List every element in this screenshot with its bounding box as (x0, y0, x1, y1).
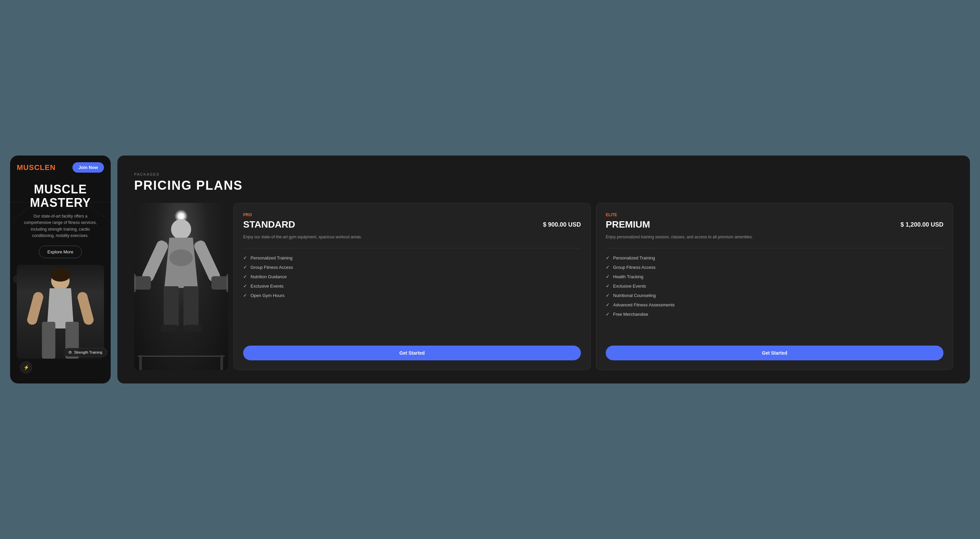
check-icon: ✓ (243, 274, 247, 279)
feature-label: Exclusive Events (613, 284, 646, 289)
check-icon: ✓ (606, 255, 610, 260)
feature-label: Open Gym Hours (251, 293, 285, 298)
hero-title: MUSCLE MASTERY (17, 183, 104, 209)
premium-plan-desc: Enjoy personalized training session, cla… (606, 234, 943, 240)
logo: MUSCLEN (17, 163, 56, 172)
feature-item: ✓ Open Gym Hours (243, 293, 581, 298)
feature-item: ✓ Personalized Training (243, 255, 581, 260)
feature-label: Group Fitness Access (251, 265, 293, 270)
premium-tier: Elite (606, 212, 943, 217)
standard-plan-price: $ 900.00 USD (543, 221, 581, 228)
pricing-panel: PACKAGES PRICING PLANS (118, 155, 970, 384)
check-icon: ✓ (606, 265, 610, 270)
standard-get-started-button[interactable]: Get Started (243, 346, 581, 360)
athlete-head (51, 271, 70, 290)
feature-item: ✓ Free Merchandise (606, 311, 943, 317)
check-icon: ✓ (243, 255, 247, 260)
check-icon: ✓ (243, 283, 247, 289)
explore-button[interactable]: Explore More (39, 246, 81, 258)
feature-item: ✓ Advanced Fitness Assessments (606, 302, 943, 308)
feature-item: ✓ Nutrition Guidance (243, 274, 581, 279)
rack-bar (137, 356, 225, 357)
feature-label: Health Tracking (613, 274, 643, 279)
check-icon: ✓ (606, 311, 610, 317)
feature-item: ✓ Group Fitness Access (243, 265, 581, 270)
pricing-cards: Pro STANDARD $ 900.00 USD Enjoy our stat… (134, 203, 953, 370)
feature-label: Advanced Fitness Assessments (613, 302, 675, 308)
leg-r (183, 286, 199, 327)
feature-label: Free Merchandise (613, 312, 648, 317)
premium-plan-name: PREMIUM (606, 219, 650, 230)
feature-label: Personalized Training (251, 255, 293, 260)
logo-suffix: EN (45, 163, 56, 172)
check-icon: ✓ (243, 265, 247, 270)
hero-section: MUSCLE MASTERY Our state-of-art facility… (17, 183, 104, 239)
standard-plan-card: Pro STANDARD $ 900.00 USD Enjoy our stat… (234, 203, 590, 370)
dumbbell-left (134, 276, 151, 290)
hero-title-line2: MASTERY (17, 196, 104, 209)
hero-title-line1: MUSCLE (17, 183, 104, 196)
packages-label: PACKAGES (134, 172, 953, 176)
leg-l (164, 286, 179, 327)
pricing-title: PRICING PLANS (134, 178, 953, 193)
feature-label: Exclusive Events (251, 284, 283, 289)
gym-image (134, 203, 228, 370)
dot-icon-2 (69, 351, 72, 354)
feature-label: Nutrition Guidance (251, 274, 287, 279)
rack-leg-l (139, 355, 142, 370)
premium-get-started-button[interactable]: Get Started (606, 346, 943, 360)
premium-plan-price: $ 1,200.00 USD (900, 221, 943, 228)
person-head (171, 219, 191, 239)
plate-l (134, 274, 136, 292)
dumbbell-right (211, 276, 228, 290)
check-icon: ✓ (243, 293, 247, 298)
feature-item: ✓ Personalized Training (606, 255, 943, 260)
foot-l (161, 325, 178, 331)
standard-feature-list: ✓ Personalized Training ✓ Group Fitness … (243, 255, 581, 338)
feature-item: ✓ Exclusive Events (243, 283, 581, 289)
lightning-icon: ⚡ (24, 365, 29, 370)
join-button[interactable]: Join Now (72, 162, 104, 173)
lightning-button[interactable]: ⚡ (20, 361, 32, 373)
rack-leg-r (220, 355, 223, 370)
strength-label: Strength Training (74, 350, 102, 354)
mobile-panel: MUSCLEN Join Now MUSCLE MASTERY Our stat… (10, 155, 111, 384)
feature-item: ✓ Exclusive Events (606, 283, 943, 289)
athlete-hair (55, 269, 64, 275)
check-icon: ✓ (606, 274, 610, 279)
standard-plan-header: STANDARD $ 900.00 USD (243, 219, 581, 230)
premium-plan-header: PREMIUM $ 1,200.00 USD (606, 219, 943, 230)
premium-plan-card: Elite PREMIUM $ 1,200.00 USD Enjoy perso… (596, 203, 953, 370)
feature-item: ✓ Nutritional Counseling (606, 293, 943, 298)
feature-label: Nutritional Counseling (613, 293, 656, 298)
athlete-section: Bodybuilding Strength Training (17, 265, 104, 377)
logo-highlight: L (40, 163, 45, 172)
foot-r (185, 325, 201, 331)
feature-label: Group Fitness Access (613, 265, 655, 270)
feature-item: ✓ Group Fitness Access (606, 265, 943, 270)
plate-r (226, 274, 228, 292)
standard-plan-desc: Enjoy our state-of-the-art gym equipment… (243, 234, 581, 240)
mobile-header: MUSCLEN Join Now (17, 162, 104, 173)
athlete-image (17, 265, 104, 359)
hero-description: Our state-of-art facility offers a compr… (17, 213, 104, 239)
standard-plan-name: STANDARD (243, 219, 295, 230)
check-icon: ✓ (606, 283, 610, 289)
check-icon: ✓ (606, 302, 610, 308)
check-icon: ✓ (606, 293, 610, 298)
tag-strength-training: Strength Training (64, 348, 107, 357)
premium-feature-list: ✓ Personalized Training ✓ Group Fitness … (606, 255, 943, 338)
athlete-leg-left (42, 322, 55, 359)
feature-label: Personalized Training (613, 255, 655, 260)
standard-tier: Pro (243, 212, 581, 217)
shirt-logo (169, 249, 193, 266)
feature-item: ✓ Health Tracking (606, 274, 943, 279)
gym-image-card (134, 203, 228, 370)
logo-prefix: MUSC (17, 163, 40, 172)
gym-person (144, 209, 218, 370)
